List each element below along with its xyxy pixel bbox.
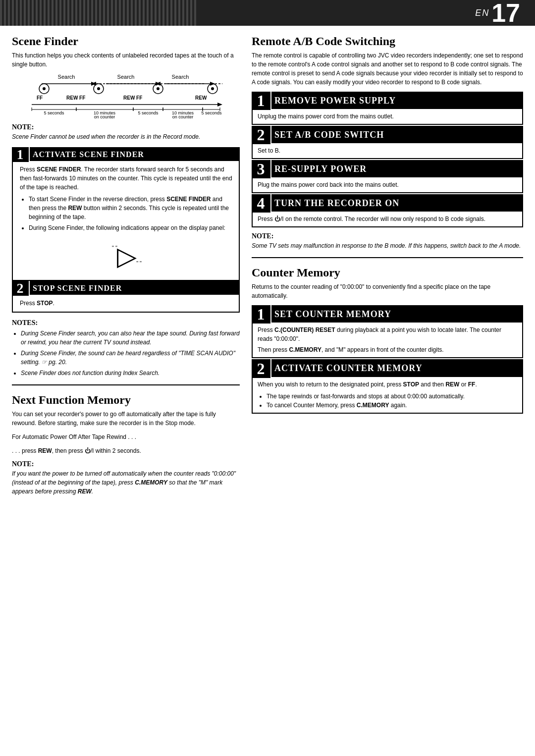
counter-step2-text: When you wish to return to the designate… bbox=[258, 380, 517, 389]
step1-bullet2: During Scene Finder, the following indic… bbox=[29, 223, 234, 232]
remote-ab-title: Remote A/B Code Switching bbox=[252, 35, 523, 48]
remote-step3-body: Plug the mains power cord back into the … bbox=[253, 177, 522, 192]
counter-step1-number: 1 bbox=[252, 305, 271, 324]
left-column: Scene Finder This function helps you che… bbox=[12, 35, 240, 496]
counter-step1-text1: Press C.(COUNTER) RESET during playback … bbox=[258, 325, 517, 343]
remote-step1-header: 1 REMOVE POWER SUPPLY bbox=[253, 93, 522, 109]
step2-header: 2 STOP SCENE FINDER bbox=[13, 282, 239, 295]
step2-body: Press STOP. bbox=[13, 295, 239, 312]
nfm-body1: You can set your recorder's power to go … bbox=[12, 410, 240, 428]
step1-bullet1: To start Scene Finder in the reverse dir… bbox=[29, 195, 234, 221]
svg-text:5 seconds: 5 seconds bbox=[44, 110, 64, 115]
remote-step3-number: 3 bbox=[252, 160, 271, 178]
svg-point-21 bbox=[211, 87, 214, 90]
right-column: Remote A/B Code Switching The remote con… bbox=[252, 35, 523, 496]
svg-text:5 seconds: 5 seconds bbox=[138, 110, 159, 115]
step1-number: 1 bbox=[12, 147, 30, 162]
header-page-number: 17 bbox=[491, 0, 520, 26]
remote-step1-number: 1 bbox=[252, 92, 271, 110]
scene-finder-note-text: Scene Finder cannot be used when the rec… bbox=[12, 132, 240, 141]
svg-text:5 seconds: 5 seconds bbox=[201, 110, 222, 115]
remote-step1-text: Unplug the mains power cord from the mai… bbox=[258, 112, 517, 121]
step1-header: 1 ACTIVATE SCENE FINDER bbox=[13, 148, 239, 161]
step1-container: 1 ACTIVATE SCENE FINDER Press SCENE FIND… bbox=[12, 147, 240, 281]
remote-ab-intro: The remote control is capable of control… bbox=[252, 51, 523, 87]
remote-step2-container: 2 SET A/B CODE SWITCH Set to B. bbox=[252, 126, 523, 159]
remote-step4-heading: TURN THE RECORDER ON bbox=[274, 198, 399, 208]
svg-point-19 bbox=[157, 87, 160, 90]
remote-step2-heading: SET A/B CODE SWITCH bbox=[274, 130, 384, 140]
counter-step1-body: Press C.(COUNTER) RESET during playback … bbox=[253, 323, 522, 357]
remote-step2-body: Set to B. bbox=[253, 143, 522, 158]
nfm-body3: . . . press REW, then press ⏻/I within 2… bbox=[12, 446, 240, 455]
section-divider-counter bbox=[252, 257, 523, 258]
step2-number: 2 bbox=[12, 281, 30, 296]
scene-finder-diagram: Search Search Search bbox=[12, 74, 240, 118]
remote-step1-heading: REMOVE POWER SUPPLY bbox=[274, 96, 396, 106]
notes-list: During Scene Finder search, you can also… bbox=[12, 329, 240, 378]
step2-heading: STOP SCENE FINDER bbox=[33, 284, 122, 292]
svg-text:Search: Search bbox=[117, 74, 135, 80]
remote-note-heading: NOTE: bbox=[252, 232, 523, 240]
section-divider-nfm bbox=[12, 384, 240, 385]
notes-heading: NOTES: bbox=[12, 318, 240, 328]
svg-text:Search: Search bbox=[172, 74, 189, 80]
counter-step2-header: 2 ACTIVATE COUNTER MEMORY bbox=[253, 360, 522, 377]
remote-step2-number: 2 bbox=[252, 126, 271, 144]
counter-step2-number: 2 bbox=[252, 359, 271, 378]
svg-point-17 bbox=[97, 87, 100, 90]
nfm-note-text: If you want the power to be turned off a… bbox=[12, 469, 240, 496]
quote-marks-right: " " bbox=[136, 261, 142, 266]
step1-heading: ACTIVATE SCENE FINDER bbox=[33, 150, 144, 159]
notes-block: NOTES: During Scene Finder search, you c… bbox=[12, 318, 240, 378]
diagram-svg: Search Search Search bbox=[27, 74, 225, 118]
remote-step2-text: Set to B. bbox=[258, 146, 517, 155]
counter-step1-header: 1 SET COUNTER MEMORY bbox=[253, 306, 522, 323]
svg-text:REW: REW bbox=[195, 95, 207, 101]
remote-step4-body: Press ⏻/I on the remote control. The rec… bbox=[253, 212, 522, 226]
svg-text:FF: FF bbox=[37, 95, 43, 101]
counter-step1-container: 1 SET COUNTER MEMORY Press C.(COUNTER) R… bbox=[252, 305, 523, 358]
remote-step4-header: 4 TURN THE RECORDER ON bbox=[253, 195, 522, 212]
svg-text:on counter: on counter bbox=[94, 114, 115, 118]
counter-step1-text2: Then press C.MEMORY, and "M" appears in … bbox=[258, 345, 517, 354]
remote-step3-heading: RE-SUPPLY POWER bbox=[274, 164, 367, 174]
page-content: Scene Finder This function helps you che… bbox=[0, 26, 535, 505]
next-function-memory-section: Next Function Memory You can set your re… bbox=[12, 393, 240, 496]
counter-step1-heading: SET COUNTER MEMORY bbox=[274, 309, 391, 319]
nfm-note-heading: NOTE: bbox=[12, 460, 240, 468]
scene-finder-intro: This function helps you check contents o… bbox=[12, 51, 240, 69]
remote-step2-header: 2 SET A/B CODE SWITCH bbox=[253, 127, 522, 143]
note-item-3: Scene Finder does not function during In… bbox=[21, 369, 240, 378]
counter-memory-section: Counter Memory Returns to the counter re… bbox=[252, 266, 523, 414]
svg-text:REW FF: REW FF bbox=[66, 95, 85, 101]
scene-finder-note-heading: NOTE: bbox=[12, 123, 240, 131]
counter-step2-bullet1: The tape rewinds or fast-forwards and st… bbox=[267, 392, 517, 401]
svg-text:Search: Search bbox=[58, 74, 75, 80]
counter-memory-title: Counter Memory bbox=[252, 266, 523, 279]
remote-step1-body: Unplug the mains power cord from the mai… bbox=[253, 109, 522, 124]
scene-finder-title: Scene Finder bbox=[12, 35, 240, 48]
remote-step3-header: 3 RE-SUPPLY POWER bbox=[253, 161, 522, 177]
remote-step4-text: Press ⏻/I on the remote control. The rec… bbox=[258, 215, 517, 223]
play-icon-display: " " ▷ " " bbox=[20, 234, 234, 276]
step1-bullets: To start Scene Finder in the reverse dir… bbox=[20, 195, 234, 232]
counter-step2-bullets: The tape rewinds or fast-forwards and st… bbox=[258, 392, 517, 410]
nfm-body2: For Automatic Power Off After Tape Rewin… bbox=[12, 432, 240, 441]
note-item-2: During Scene Finder, the sound can be he… bbox=[21, 349, 240, 367]
counter-step2-heading: ACTIVATE COUNTER MEMORY bbox=[274, 363, 423, 373]
svg-text:REW FF: REW FF bbox=[123, 95, 142, 101]
nfm-title: Next Function Memory bbox=[12, 393, 240, 407]
remote-step1-container: 1 REMOVE POWER SUPPLY Unplug the mains p… bbox=[252, 92, 523, 125]
remote-step3-text: Plug the mains power cord back into the … bbox=[258, 180, 517, 189]
play-triangle: ▷ bbox=[117, 242, 137, 270]
note-item-1: During Scene Finder search, you can also… bbox=[21, 329, 240, 347]
counter-step2-body: When you wish to return to the designate… bbox=[253, 377, 522, 413]
step2-container: 2 STOP SCENE FINDER Press STOP. bbox=[12, 281, 240, 313]
step1-body: Press SCENE FINDER. The recorder starts … bbox=[13, 161, 239, 280]
remote-step3-container: 3 RE-SUPPLY POWER Plug the mains power c… bbox=[252, 160, 523, 193]
header-en-label: EN bbox=[475, 8, 489, 18]
header-hatch bbox=[0, 0, 198, 26]
header-bar: EN 17 bbox=[0, 0, 535, 26]
svg-point-15 bbox=[43, 87, 46, 90]
